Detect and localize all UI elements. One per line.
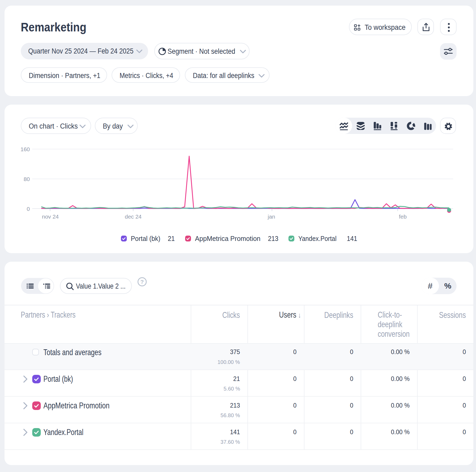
svg-text:feb: feb	[399, 214, 406, 220]
svg-text:80: 80	[24, 176, 30, 182]
svg-text:?: ?	[140, 279, 144, 285]
svg-text:160: 160	[21, 146, 30, 152]
svg-text:dec 24: dec 24	[125, 214, 141, 220]
svg-text:jan: jan	[267, 214, 275, 220]
svg-text:0: 0	[27, 206, 30, 212]
svg-text:nov 24: nov 24	[42, 214, 59, 220]
